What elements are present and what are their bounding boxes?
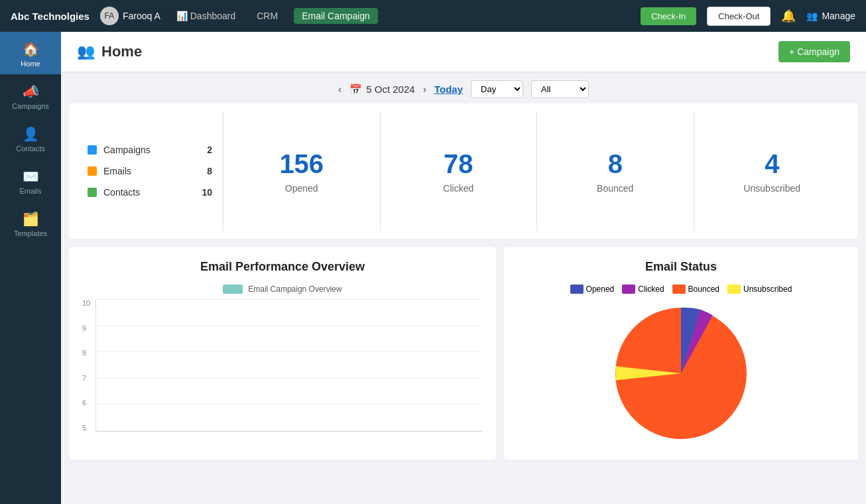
bar-chart-container: Email Campaign Overview 5 6 7 8 9 10 [82, 284, 483, 432]
avatar: FA [100, 7, 119, 25]
sidebar: 🏠 Home 📣 Campaigns 👤 Contacts ✉️ Emails … [0, 32, 61, 504]
bar-chart-area: 5 6 7 8 9 10 [82, 299, 483, 432]
stat-clicked: 78 Clicked [380, 111, 537, 231]
opened-swatch [570, 284, 584, 294]
bar-legend-swatch [223, 284, 243, 294]
checkout-button[interactable]: Check-Out [707, 7, 771, 26]
clicked-swatch [622, 284, 635, 294]
legend-campaigns: Campaigns 2 [88, 145, 212, 155]
user-profile[interactable]: FA Farooq A [100, 7, 160, 25]
unsubscribed-swatch [727, 284, 741, 294]
home-icon: 🏠 [23, 41, 39, 57]
stats-cards: 156 Opened 78 Clicked 8 Bounced 4 Unsubs… [223, 111, 850, 231]
dashboard-icon: 📊 [176, 11, 188, 21]
legend-emails: Emails 8 [88, 166, 212, 176]
bar-chart-plot [95, 299, 483, 432]
stat-unsubscribed: 4 Unsubscribed [694, 111, 851, 231]
bars-row [96, 299, 483, 431]
sidebar-item-contacts[interactable]: 👤 Contacts [0, 117, 61, 159]
today-button[interactable]: Today [434, 84, 463, 95]
sidebar-item-campaigns[interactable]: 📣 Campaigns [0, 74, 61, 117]
pie-chart-card: Email Status Opened Clicked [504, 247, 858, 460]
day-select[interactable]: Day Week Month [471, 80, 523, 98]
date-bar: ‹ 📅 5 Oct 2024 › Today Day Week Month Al… [61, 72, 866, 103]
pie-chart-svg [608, 300, 754, 446]
stats-section: Campaigns 2 Emails 8 Contacts 10 156 [69, 103, 858, 239]
pie-chart-container: Opened Clicked Bounced Unsubscribed [517, 284, 845, 446]
nav-dashboard[interactable]: 📊 Dashboard [171, 8, 241, 24]
stat-bounced: 8 Bounced [536, 111, 694, 231]
manage-button[interactable]: 👥 Manage [806, 11, 855, 21]
next-date-button[interactable]: › [423, 84, 426, 95]
brand-name: Abc Technolgies [11, 11, 90, 22]
username: Farooq A [123, 11, 160, 21]
prev-date-button[interactable]: ‹ [338, 84, 341, 95]
nav-crm[interactable]: CRM [251, 8, 283, 24]
bar-chart-card: Email Performance Overview Email Campaig… [69, 247, 496, 460]
page-header-left: 👥 Home [77, 43, 142, 60]
bounced-swatch [672, 284, 686, 294]
contacts-dot [88, 188, 97, 197]
sidebar-item-emails[interactable]: ✉️ Emails [0, 159, 61, 202]
page-header: 👥 Home + Campaign [61, 32, 866, 72]
campaigns-dot [88, 145, 97, 155]
checkin-button[interactable]: Check-In [641, 7, 696, 25]
pie-legend-bounced: Bounced [672, 284, 719, 294]
legend-contacts: Contacts 10 [88, 187, 212, 198]
campaigns-icon: 📣 [23, 84, 39, 99]
y-axis: 5 6 7 8 9 10 [82, 299, 95, 432]
templates-icon: 🗂️ [23, 211, 39, 227]
pie-legend-unsubscribed: Unsubscribed [727, 284, 792, 294]
stat-opened: 156 Opened [223, 111, 380, 231]
pie-legend-clicked: Clicked [622, 284, 664, 294]
charts-section: Email Performance Overview Email Campaig… [69, 247, 858, 460]
date-display: 📅 5 Oct 2024 [349, 84, 414, 95]
manage-icon: 👥 [806, 11, 818, 21]
emails-icon: ✉️ [23, 168, 39, 184]
main-content: 👥 Home + Campaign ‹ 📅 5 Oct 2024 › Today… [61, 32, 866, 504]
stats-legend: Campaigns 2 Emails 8 Contacts 10 [77, 111, 223, 231]
contacts-icon: 👤 [23, 126, 39, 142]
sidebar-item-templates[interactable]: 🗂️ Templates [0, 202, 61, 244]
bar-chart-title: Email Performance Overview [82, 260, 483, 274]
emails-dot [88, 166, 97, 176]
calendar-icon: 📅 [349, 84, 362, 95]
nav-email-campaign[interactable]: Email Campaign [294, 8, 378, 24]
pie-legend-opened: Opened [570, 284, 615, 294]
pie-legend: Opened Clicked Bounced Unsubscribed [570, 284, 792, 294]
all-select[interactable]: All Active Inactive [531, 80, 589, 98]
sidebar-item-home[interactable]: 🏠 Home [0, 32, 61, 74]
campaign-button[interactable]: + Campaign [778, 41, 850, 62]
notification-icon[interactable]: 🔔 [781, 9, 796, 23]
bar-chart-legend: Email Campaign Overview [82, 284, 483, 294]
pie-chart-title: Email Status [517, 260, 845, 274]
page-title: Home [101, 43, 142, 60]
top-nav: Abc Technolgies FA Farooq A 📊 Dashboard … [0, 0, 866, 32]
users-icon: 👥 [77, 43, 95, 60]
